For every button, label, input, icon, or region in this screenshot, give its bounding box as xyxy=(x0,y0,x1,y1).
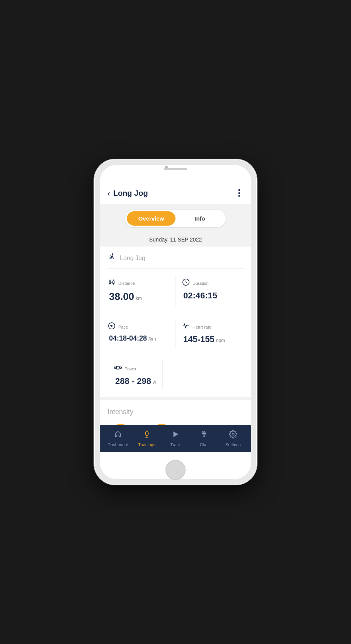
screen-content: ‹ Long Jog ⋮ Overview Info Sunday, 11 SE… xyxy=(100,182,251,452)
power-unit: w xyxy=(153,380,156,385)
home-button[interactable] xyxy=(165,460,186,480)
duration-stat: Duration 02:46:15 xyxy=(176,275,244,306)
pace-icon-label: Pace xyxy=(107,322,128,332)
svg-rect-8 xyxy=(116,366,119,369)
nav-item-trainings[interactable]: Trainings xyxy=(132,430,161,447)
phone-device: ‹ Long Jog ⋮ Overview Info Sunday, 11 SE… xyxy=(94,159,257,485)
svg-rect-1 xyxy=(109,281,111,283)
stats-middle-grid: Pace 04:18-04:28 /km xyxy=(107,319,244,354)
stats-bottom-grid: Power 288 - 298 w xyxy=(107,360,244,391)
speaker xyxy=(164,168,187,170)
power-label: Power xyxy=(124,367,136,371)
distance-value-row: 38.00 km xyxy=(107,291,142,303)
chat-icon xyxy=(200,430,208,441)
svg-rect-2 xyxy=(113,281,114,283)
svg-rect-7 xyxy=(120,367,122,368)
stats-top-grid: Distance 38.00 km xyxy=(107,275,244,312)
track-nav-label: Track xyxy=(170,442,181,447)
settings-icon xyxy=(229,430,237,441)
distance-stat: Distance 38.00 km xyxy=(107,275,176,306)
pace-value-row: 04:18-04:28 /km xyxy=(107,334,156,343)
chat-nav-label: Chat xyxy=(200,442,209,447)
power-icon-label: Power xyxy=(114,363,136,374)
date-text: Sunday, 11 SEP 2022 xyxy=(149,236,202,243)
power-value-row: 288 - 298 w xyxy=(114,376,156,386)
power-value: 288 - 298 xyxy=(115,376,151,386)
nav-item-chat[interactable]: Chat xyxy=(190,430,218,447)
duration-icon-label: Duration xyxy=(182,278,209,288)
svg-marker-13 xyxy=(174,432,179,437)
duration-icon xyxy=(182,278,190,288)
workout-name: Long Jog xyxy=(120,255,145,262)
pace-unit: /km xyxy=(148,336,156,342)
tab-container: Overview Info xyxy=(125,210,226,227)
page-title: Long Jog xyxy=(113,189,148,198)
heart-rate-icon xyxy=(182,322,190,332)
phone-screen: ‹ Long Jog ⋮ Overview Info Sunday, 11 SE… xyxy=(100,165,251,479)
duration-value: 02:46:15 xyxy=(183,291,217,301)
power-icon xyxy=(114,363,122,374)
heart-rate-icon-label: Heart rate xyxy=(182,322,211,332)
distance-icon xyxy=(107,278,116,288)
trainings-icon xyxy=(143,430,151,441)
pace-value: 04:18-04:28 xyxy=(109,334,147,343)
bottom-nav: Dashboard Trainings Tr xyxy=(100,425,251,452)
more-menu-button[interactable]: ⋮ xyxy=(235,188,244,198)
nav-item-settings[interactable]: Settings xyxy=(219,430,247,447)
date-bar: Sunday, 11 SEP 2022 xyxy=(100,233,251,247)
heart-rate-label: Heart rate xyxy=(193,325,211,329)
svg-point-15 xyxy=(204,433,205,434)
running-icon xyxy=(107,253,116,264)
duration-value-row: 02:46:15 xyxy=(182,291,217,301)
tab-overview[interactable]: Overview xyxy=(127,211,176,226)
back-button[interactable]: ‹ xyxy=(107,189,110,198)
tab-switcher: Overview Info xyxy=(100,204,251,233)
heart-rate-value-row: 145-155 bpm xyxy=(182,334,225,344)
power-stat: Power 288 - 298 w xyxy=(107,360,163,389)
home-icon xyxy=(114,430,122,441)
heart-rate-stat: Heart rate 145-155 bpm xyxy=(176,319,244,348)
duration-label: Duration xyxy=(193,281,209,286)
track-icon xyxy=(171,430,180,441)
pace-label: Pace xyxy=(118,325,128,329)
svg-rect-6 xyxy=(114,367,116,368)
nav-item-dashboard[interactable]: Dashboard xyxy=(104,430,132,447)
distance-unit: km xyxy=(136,296,142,301)
dashboard-nav-label: Dashboard xyxy=(107,442,128,447)
settings-nav-label: Settings xyxy=(225,442,241,447)
pace-stat: Pace 04:18-04:28 /km xyxy=(107,319,176,348)
stats-card: Long Jog xyxy=(100,247,251,397)
heart-rate-value: 145-155 xyxy=(183,334,215,344)
tab-info[interactable]: Info xyxy=(176,211,224,226)
distance-icon-label: Distance xyxy=(107,278,135,288)
intensity-title: Intensity xyxy=(107,408,244,416)
pace-icon xyxy=(107,322,116,332)
svg-point-0 xyxy=(112,253,113,255)
heart-rate-unit: bpm xyxy=(216,338,225,343)
distance-value: 38.00 xyxy=(109,291,134,303)
workout-title-row: Long Jog xyxy=(107,253,244,269)
header: ‹ Long Jog ⋮ xyxy=(100,182,251,204)
trainings-nav-label: Trainings xyxy=(138,442,155,447)
distance-label: Distance xyxy=(118,281,135,286)
svg-point-5 xyxy=(111,325,112,327)
svg-point-16 xyxy=(232,433,234,435)
header-left: ‹ Long Jog xyxy=(107,189,148,198)
nav-item-track[interactable]: Track xyxy=(161,430,190,447)
